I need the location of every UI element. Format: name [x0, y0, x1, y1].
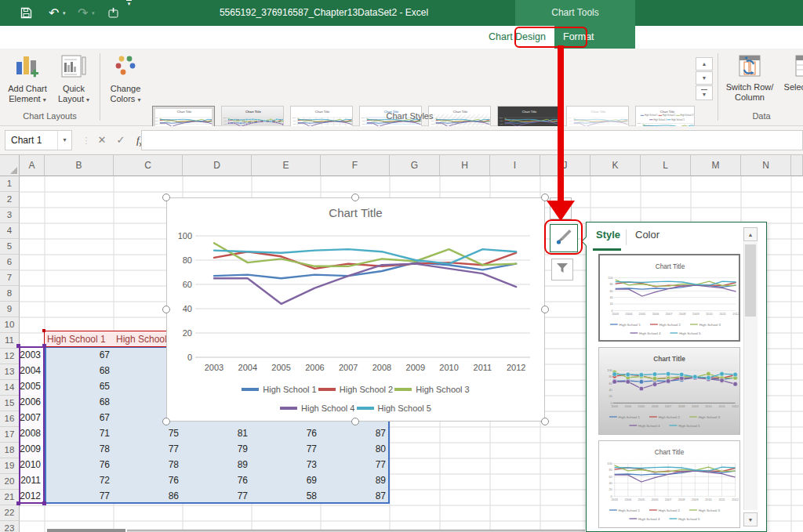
panel-scroll-up-icon[interactable]: ▲: [743, 227, 758, 241]
gallery-more-icon[interactable]: ▼: [696, 85, 713, 100]
row-header-17[interactable]: 17: [0, 427, 20, 443]
cell-F8[interactable]: 80: [321, 441, 390, 457]
row-header-14[interactable]: 14: [0, 380, 20, 396]
row-header-3[interactable]: 3: [0, 208, 20, 223]
column-header-F[interactable]: F: [321, 155, 390, 176]
row-header-2[interactable]: 2: [0, 192, 20, 208]
cell-A3[interactable]: 2004: [20, 363, 45, 378]
tab-insert[interactable]: Insert: [83, 26, 125, 49]
tell-me-box[interactable]: Tell me what you want to do: [657, 26, 794, 49]
cell-C8[interactable]: 77: [114, 441, 183, 457]
row-header-9[interactable]: 9: [0, 302, 20, 317]
embedded-chart[interactable]: Chart Title 0204060801002003200420052006…: [166, 197, 545, 422]
style-preview-1[interactable]: Chart Title02040608010020032004200520062…: [598, 254, 740, 342]
column-header-I[interactable]: I: [490, 155, 540, 176]
tab-data[interactable]: Data: [255, 26, 292, 49]
row-header-18[interactable]: 18: [0, 443, 20, 458]
row-header-7[interactable]: 7: [0, 270, 20, 286]
cell-A4[interactable]: 2005: [20, 378, 45, 394]
cell-B11[interactable]: 77: [45, 488, 114, 504]
select-all-corner[interactable]: [0, 155, 20, 176]
cell-B9[interactable]: 76: [45, 457, 114, 472]
cell-F9[interactable]: 77: [321, 457, 390, 472]
cell-A5[interactable]: 2006: [20, 394, 45, 410]
cell-B6[interactable]: 67: [45, 410, 114, 425]
chart-resize-handle[interactable]: [162, 306, 170, 313]
chart-resize-handle[interactable]: [162, 418, 170, 425]
column-header-B[interactable]: B: [45, 155, 114, 176]
chart-resize-handle[interactable]: [162, 194, 170, 201]
column-header-G[interactable]: G: [390, 155, 440, 176]
row-header-6[interactable]: 6: [0, 255, 20, 270]
cell-B10[interactable]: 72: [45, 472, 114, 488]
cell-B1[interactable]: High School 1: [45, 331, 114, 347]
chart-resize-handle[interactable]: [351, 418, 359, 425]
enter-icon[interactable]: ✓: [111, 130, 130, 150]
cell-B5[interactable]: 68: [45, 394, 114, 410]
chart-resize-handle[interactable]: [351, 194, 359, 201]
cell-B3[interactable]: 68: [45, 363, 114, 378]
column-header-N[interactable]: N: [741, 155, 791, 176]
column-header-K[interactable]: K: [590, 155, 641, 176]
legend-item[interactable]: High School 4: [280, 404, 355, 413]
cell-D10[interactable]: 76: [183, 472, 252, 488]
row-header-23[interactable]: 23: [0, 521, 20, 532]
cell-E7[interactable]: 76: [252, 425, 321, 441]
formula-input[interactable]: [141, 130, 803, 150]
cell-A2[interactable]: 2003: [20, 347, 45, 363]
customize-quick-access-toolbar-icon[interactable]: ▾: [126, 0, 132, 26]
cell-F11[interactable]: 87: [321, 488, 390, 504]
legend-item[interactable]: High School 5: [357, 404, 432, 413]
chart-resize-handle[interactable]: [541, 306, 549, 313]
cell-B4[interactable]: 65: [45, 378, 114, 394]
cell-C9[interactable]: 78: [114, 457, 183, 472]
undo-dropdown-icon[interactable]: ▾: [63, 0, 66, 26]
cell-C7[interactable]: 75: [114, 425, 183, 441]
cell-E10[interactable]: 69: [252, 472, 321, 488]
panel-tab-style[interactable]: Style: [596, 229, 620, 241]
row-header-22[interactable]: 22: [0, 505, 20, 521]
panel-tab-color[interactable]: Color: [635, 229, 659, 241]
row-header-1[interactable]: 1: [0, 176, 20, 192]
tab-home[interactable]: Home: [39, 26, 82, 49]
sheet-scrollbar-fragment[interactable]: [47, 529, 125, 532]
cell-E8[interactable]: 77: [252, 441, 321, 457]
row-header-12[interactable]: 12: [0, 349, 20, 364]
cell-D8[interactable]: 79: [183, 441, 252, 457]
cell-A10[interactable]: 2011: [20, 472, 45, 488]
row-header-5[interactable]: 5: [0, 239, 20, 255]
chart-legend-row-2[interactable]: High School 4High School 5: [167, 404, 544, 413]
tab-help[interactable]: Help: [442, 26, 480, 49]
cell-D9[interactable]: 89: [183, 457, 252, 472]
column-header-H[interactable]: H: [440, 155, 490, 176]
cancel-icon[interactable]: ✕: [93, 130, 111, 150]
tab-view[interactable]: View: [342, 26, 380, 49]
name-box[interactable]: Chart 1 ▾: [5, 130, 72, 150]
cell-E9[interactable]: 73: [252, 457, 321, 472]
switch-row-column-button[interactable]: Switch Row/ Column: [721, 54, 778, 103]
undo-icon[interactable]: ↶: [49, 0, 59, 26]
cell-A6[interactable]: 2007: [20, 410, 45, 425]
column-header-L[interactable]: L: [641, 155, 691, 176]
chart-resize-handle[interactable]: [541, 418, 549, 425]
cell-F7[interactable]: 87: [321, 425, 390, 441]
quick-layout-button[interactable]: Quick Layout ▾: [53, 54, 94, 105]
cell-F10[interactable]: 89: [321, 472, 390, 488]
cell-C10[interactable]: 76: [114, 472, 183, 488]
legend-item[interactable]: High School 1: [242, 385, 317, 394]
cell-A9[interactable]: 2010: [20, 457, 45, 472]
cell-D7[interactable]: 81: [183, 425, 252, 441]
row-header-20[interactable]: 20: [0, 474, 20, 490]
gallery-scroll-up-icon[interactable]: ▲: [696, 57, 713, 71]
tab-file[interactable]: File: [6, 26, 39, 49]
cell-A11[interactable]: 2012: [20, 488, 45, 504]
legend-item[interactable]: High School 3: [394, 385, 470, 394]
row-header-8[interactable]: 8: [0, 286, 20, 302]
row-header-15[interactable]: 15: [0, 396, 20, 411]
save-icon[interactable]: [20, 0, 32, 26]
panel-scroll-down-icon[interactable]: ▼: [743, 512, 758, 527]
row-header-19[interactable]: 19: [0, 458, 20, 474]
style-preview-2[interactable]: Chart Title02040608010020032004200520062…: [598, 347, 740, 435]
row-header-13[interactable]: 13: [0, 364, 20, 380]
cell-B7[interactable]: 71: [45, 425, 114, 441]
